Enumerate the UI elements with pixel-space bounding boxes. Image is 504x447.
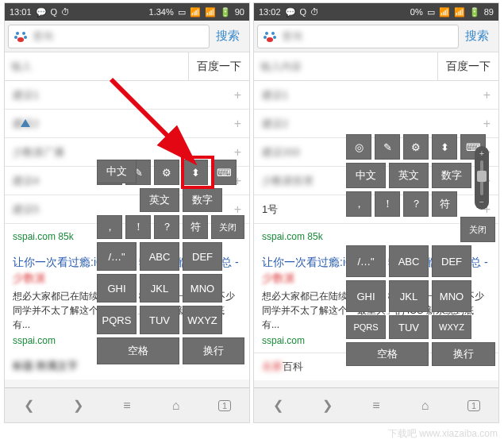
suggestion-list: 建议1+ 建议2+ 建议333+ 少数派投资+ 1号+ sspai.com 85…	[254, 81, 498, 380]
baidu-paw-icon	[262, 29, 278, 44]
baidu-go-button[interactable]: 百度一下	[188, 52, 249, 80]
home-button[interactable]: ⌂	[401, 388, 450, 422]
search-result[interactable]: 让你一次看过瘾:iOS 8 的 51 个炫酷功能汇总 - 少数派 想必大家都已在…	[254, 249, 498, 353]
list-item[interactable]: 建议333+	[254, 138, 498, 167]
result-snippet: 想必大家都已在陆续升级 iOS 8 了,但是一定还有不少同学并不太了解这个「最重…	[13, 289, 241, 332]
search-result[interactable]: 标题 附属文字	[5, 353, 249, 380]
search-button[interactable]: 搜索	[210, 29, 246, 44]
status-time: 13:01	[10, 7, 32, 17]
qq-icon: Q	[51, 7, 58, 17]
svg-point-1	[22, 32, 25, 35]
search-input[interactable]: 查询	[257, 25, 459, 48]
list-item[interactable]: 建议1+	[254, 81, 498, 110]
svg-point-9	[273, 36, 276, 39]
list-item[interactable]: 少数派投资+	[254, 167, 498, 195]
plus-icon: +	[479, 149, 484, 158]
baidu-paw-icon	[13, 29, 29, 44]
status-bar: 13:01💬Q⏱ 1.34%▭📶📶🔋90	[5, 3, 249, 21]
vibrate-icon: ▭	[178, 7, 186, 17]
result-source: sspai.com	[262, 335, 491, 346]
top-query-text: 输入	[5, 60, 188, 74]
watermark: 下载吧 www.xiazaiba.com	[388, 427, 498, 441]
list-item[interactable]: 建议5+	[5, 195, 249, 224]
status-battery: 90	[235, 7, 244, 17]
battery-icon: 🔋	[469, 7, 480, 17]
search-result[interactable]: 让你一次看过瘾:iOS 8 的 51 个炫酷功能汇总 - 少数派 想必大家都已在…	[5, 249, 249, 353]
search-text: 查询	[29, 29, 205, 44]
svg-point-8	[264, 36, 267, 39]
search-text: 查询	[278, 29, 454, 44]
result-source: sspai.com	[13, 335, 241, 346]
result-title: 让你一次看过瘾:iOS 8 的 51 个炫酷功能汇总 - 少数派	[13, 255, 241, 286]
search-bar: 查询 搜索	[254, 21, 498, 52]
wifi-icon: 📶	[439, 7, 450, 17]
back-button[interactable]: ❮	[254, 388, 303, 422]
signal-icon: 📶	[205, 7, 216, 17]
forward-button[interactable]: ❯	[303, 388, 352, 422]
tabs-button[interactable]: 1	[449, 388, 498, 422]
kbd-height-slider[interactable]: + −	[475, 146, 489, 210]
status-battery: 89	[484, 7, 494, 17]
add-icon[interactable]: +	[234, 145, 241, 160]
svg-point-4	[17, 37, 24, 42]
list-item[interactable]: 建议2+	[5, 110, 249, 138]
status-bar: 13:02💬Q⏱ 0%▭📶📶🔋89	[254, 3, 498, 21]
home-button[interactable]: ⌂	[152, 388, 201, 422]
browser-footer: ❮ ❯ ≡ ⌂ 1	[5, 387, 249, 422]
search-button[interactable]: 搜索	[459, 29, 495, 44]
vibrate-icon: ▭	[427, 7, 435, 17]
search-bar: 查询 搜索	[5, 21, 249, 52]
add-icon[interactable]: +	[483, 117, 491, 131]
tabs-button[interactable]: 1	[200, 388, 249, 422]
status-pct: 1.34%	[149, 7, 174, 17]
search-input[interactable]: 查询	[8, 25, 210, 48]
signal-icon: 📶	[454, 7, 465, 17]
svg-point-7	[271, 32, 275, 35]
add-icon[interactable]: +	[483, 88, 491, 102]
top-query-row: 输入内容 百度一下	[254, 52, 498, 81]
svg-point-0	[16, 32, 19, 35]
top-query-text: 输入内容	[254, 60, 437, 74]
browser-footer: ❮ ❯ ≡ ⌂ 1	[254, 387, 498, 422]
svg-point-3	[24, 36, 27, 39]
suggestion-list: 建议1+ 建议2+ 少数派广播+ 建议4+ 建议5+ sspai.com 85k…	[5, 81, 249, 380]
slider-thumb[interactable]	[477, 171, 487, 182]
list-item[interactable]: 1号+	[254, 195, 498, 224]
result-source: sspai.com 85k	[262, 231, 323, 242]
clock-icon: ⏱	[61, 7, 70, 17]
chat-icon: 💬	[36, 7, 47, 17]
baidu-go-button[interactable]: 百度一下	[437, 52, 498, 80]
encyc-result[interactable]: 名家百科	[254, 353, 498, 380]
clock-icon: ⏱	[310, 7, 319, 17]
menu-button[interactable]: ≡	[352, 388, 401, 422]
result-title: 让你一次看过瘾:iOS 8 的 51 个炫酷功能汇总 - 少数派	[262, 255, 491, 286]
phone-left: 13:01💬Q⏱ 1.34%▭📶📶🔋90 查询 搜索 输入 百度一下 建议1+ …	[4, 2, 250, 423]
svg-point-2	[14, 36, 17, 39]
phone-right: 13:02💬Q⏱ 0%▭📶📶🔋89 查询 搜索 输入内容 百度一下 建议1+ 建…	[253, 2, 499, 423]
battery-icon: 🔋	[220, 7, 231, 17]
qq-icon: Q	[300, 7, 307, 17]
back-button[interactable]: ❮	[5, 388, 54, 422]
wifi-icon: 📶	[190, 7, 201, 17]
add-icon[interactable]: +	[234, 174, 241, 188]
forward-button[interactable]: ❯	[54, 388, 103, 422]
status-pct: 0%	[410, 7, 423, 17]
result-snippet: 想必大家都已在陆续升级 iOS 8 了,但是一定还有不少同学并不太了解这个「最重…	[262, 289, 491, 332]
menu-button[interactable]: ≡	[102, 388, 152, 422]
add-icon[interactable]: +	[234, 88, 241, 102]
result-source: sspai.com 85k	[13, 231, 74, 242]
list-item[interactable]: 建议2+	[254, 110, 498, 138]
svg-point-10	[267, 37, 273, 42]
status-time: 13:02	[259, 7, 281, 17]
add-icon[interactable]: +	[234, 117, 241, 131]
chat-icon: 💬	[285, 7, 296, 17]
minus-icon: −	[479, 198, 484, 206]
svg-point-6	[265, 32, 268, 35]
add-icon[interactable]: +	[234, 202, 241, 217]
list-item[interactable]: 建议1+	[5, 81, 249, 110]
top-query-row: 输入 百度一下	[5, 52, 249, 81]
annotation-highlight	[181, 156, 214, 189]
